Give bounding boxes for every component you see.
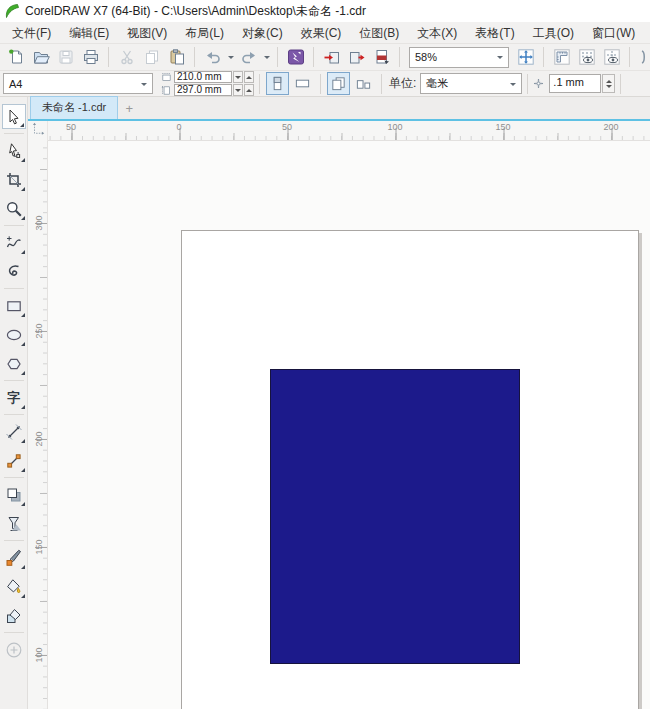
import-button[interactable] — [319, 46, 344, 69]
height-spin-down[interactable] — [233, 84, 243, 96]
print-icon — [82, 48, 100, 66]
redo-button[interactable] — [236, 46, 261, 69]
save-button — [53, 46, 78, 69]
toolbar-separator — [629, 47, 630, 67]
connector-tool-icon — [5, 452, 23, 470]
landscape-icon — [294, 75, 311, 92]
redo-icon — [240, 48, 258, 66]
menu-item-effects[interactable]: 效果(C) — [292, 22, 351, 43]
chevron-down-icon — [141, 83, 147, 89]
app-launcher-button[interactable] — [283, 46, 308, 69]
clipped-button-button[interactable] — [635, 46, 650, 69]
all-pages-button[interactable] — [327, 72, 350, 95]
page-width-field[interactable]: 210.0 mm — [174, 71, 232, 83]
menu-item-table[interactable]: 表格(T) — [466, 22, 523, 43]
vertical-ruler[interactable]: 300250200150100 — [28, 141, 48, 709]
standard-toolbar: 58% — [0, 43, 650, 70]
current-page-button[interactable] — [352, 72, 375, 95]
page-size-combo[interactable]: A4 — [3, 73, 153, 94]
ellipse-tool[interactable] — [2, 322, 26, 347]
h-ruler-label: 50 — [66, 122, 76, 132]
landscape-button[interactable] — [291, 72, 314, 95]
artistic-media-tool[interactable] — [2, 259, 26, 284]
copy-button — [139, 46, 164, 69]
interactive-fill-tool[interactable] — [2, 574, 26, 599]
publish-pdf-icon — [373, 48, 391, 66]
menu-item-file[interactable]: 文件(F) — [3, 22, 60, 43]
polygon-tool[interactable] — [2, 351, 26, 376]
drawing-canvas[interactable] — [48, 141, 650, 709]
drawn-rectangle[interactable] — [270, 369, 520, 664]
paste-button[interactable] — [164, 46, 189, 69]
guidelines-toggle-button[interactable] — [599, 46, 624, 69]
toolbox-separator — [4, 288, 24, 289]
export-button[interactable] — [344, 46, 369, 69]
toolbox: 字 — [0, 97, 28, 709]
freehand-tool[interactable] — [2, 230, 26, 255]
zoom-level-combo[interactable]: 58% — [409, 47, 509, 68]
smart-fill-tool[interactable] — [2, 603, 26, 628]
menu-item-view[interactable]: 视图(V) — [118, 22, 176, 43]
height-spin-up[interactable] — [244, 84, 254, 96]
undo-button[interactable] — [200, 46, 225, 69]
menu-item-text[interactable]: 文本(X) — [408, 22, 466, 43]
parallel-dimension-tool[interactable] — [2, 419, 26, 444]
toolbox-separator — [4, 225, 24, 226]
new-tab-button[interactable]: + — [118, 101, 140, 119]
property-bar: A4 210.0 mm 297.0 mm 单位: 毫米 .1 — [0, 70, 650, 97]
shape-tool[interactable] — [2, 138, 26, 163]
drop-shadow-tool[interactable] — [2, 482, 26, 507]
rulers-toggle-button[interactable] — [549, 46, 574, 69]
new-document-button[interactable] — [3, 46, 28, 69]
menu-item-bitmaps[interactable]: 位图(B) — [350, 22, 408, 43]
toolbox-separator — [4, 540, 24, 541]
menu-item-edit[interactable]: 编辑(E) — [60, 22, 118, 43]
chevron-down-icon — [228, 56, 234, 62]
units-combo[interactable]: 毫米 — [420, 73, 522, 94]
crop-tool[interactable] — [2, 167, 26, 192]
fit-page-button[interactable] — [513, 46, 538, 69]
color-eyedropper-tool[interactable] — [2, 545, 26, 570]
menu-item-window[interactable]: 窗口(W) — [583, 22, 644, 43]
publish-pdf-button[interactable] — [369, 46, 394, 69]
workspace: 字 未命名 -1.cdr + 50050100150200 3002502001… — [0, 97, 650, 709]
text-tool[interactable]: 字 — [2, 385, 26, 410]
nudge-spinner[interactable] — [602, 74, 615, 93]
v-ruler-label: 100 — [34, 647, 44, 662]
document-tab[interactable]: 未命名 -1.cdr — [30, 96, 118, 119]
open-folder-button[interactable] — [28, 46, 53, 69]
save-icon — [57, 48, 75, 66]
menu-item-help[interactable]: 帮助(H) — [644, 22, 650, 43]
rectangle-tool[interactable] — [2, 293, 26, 318]
toolbar-separator — [399, 47, 400, 67]
shape-tool-icon — [5, 142, 23, 160]
toolbox-separator — [4, 380, 24, 381]
toolbox-separator — [4, 632, 24, 633]
connector-tool[interactable] — [2, 448, 26, 473]
grid-toggle-button[interactable] — [574, 46, 599, 69]
width-spin-down[interactable] — [233, 71, 243, 83]
h-ruler-label: 0 — [176, 122, 181, 132]
menu-item-object[interactable]: 对象(C) — [233, 22, 292, 43]
v-ruler-label: 250 — [34, 323, 44, 338]
menu-item-tools[interactable]: 工具(O) — [524, 22, 583, 43]
width-spin-up[interactable] — [244, 71, 254, 83]
redo-dropdown-button[interactable] — [261, 46, 272, 69]
add-tools-button-icon — [5, 641, 23, 659]
portrait-button[interactable] — [266, 72, 289, 95]
transparency-tool[interactable] — [2, 511, 26, 536]
zoom-tool[interactable] — [2, 196, 26, 221]
zoom-tool-icon — [5, 200, 23, 218]
pick-tool[interactable] — [2, 104, 26, 129]
menu-item-layout[interactable]: 布局(L) — [176, 22, 233, 43]
ruler-origin-button[interactable] — [28, 121, 48, 141]
h-ruler-label: 150 — [495, 122, 510, 132]
app-launcher-icon — [287, 48, 305, 66]
page-height-field[interactable]: 297.0 mm — [174, 84, 232, 96]
color-eyedropper-tool-icon — [5, 549, 23, 567]
ellipse-tool-icon — [5, 326, 23, 344]
print-button[interactable] — [78, 46, 103, 69]
nudge-offset-field[interactable]: .1 mm — [549, 74, 601, 93]
undo-dropdown-button[interactable] — [225, 46, 236, 69]
horizontal-ruler[interactable]: 50050100150200 — [48, 121, 650, 141]
